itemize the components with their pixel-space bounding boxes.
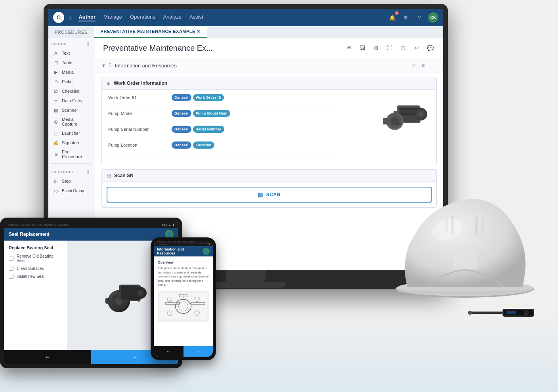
tablet-nav: Seal Replacement 👤: [4, 228, 178, 241]
sidebar-item-label: End Procedure: [62, 149, 90, 159]
wo-tags: General Pump Model Num: [172, 110, 230, 117]
wifi-icon: ▲: [168, 224, 171, 226]
nav-home-icon[interactable]: ⌂: [69, 14, 72, 21]
sidebar-item-data-entry[interactable]: ✏ Data Entry: [48, 96, 95, 105]
fullscreen-button[interactable]: □: [398, 43, 408, 53]
sidebar-item-batch-group[interactable]: ▷▷ Batch Group: [48, 186, 95, 195]
sidebar-item-step[interactable]: ▷ Step: [48, 176, 95, 186]
sidebar-item-scanner[interactable]: ▤ Scanner: [48, 105, 95, 115]
svg-point-56: [525, 311, 528, 314]
scanner-icon: ▤: [53, 107, 59, 113]
sidebar-item-label: Step: [62, 179, 71, 184]
media-capture-icon: ◎: [53, 119, 59, 124]
svg-rect-48: [475, 216, 478, 235]
settings-button[interactable]: ⚙: [401, 13, 411, 22]
preview-button[interactable]: 👁: [344, 43, 354, 53]
image-button[interactable]: 🖼: [357, 43, 368, 53]
sidebar-item-launcher[interactable]: ⬚ Launcher: [48, 128, 95, 138]
tab-bar: PROCEDURES PREVENTATIVE MAINTENANCE EXAM…: [48, 26, 443, 38]
scan-header-label: Scan SN: [114, 173, 134, 178]
phone-top-bar: PREVENTATIVE MAINTENANCE EXAMPLE 8:22 ▲ …: [154, 241, 213, 246]
media-icon: ▶: [53, 69, 59, 75]
sidebar-item-signature[interactable]: ✍ Signature: [48, 138, 95, 147]
user-avatar[interactable]: CK: [428, 12, 438, 23]
crop-button[interactable]: ⛶: [384, 43, 395, 53]
sidebar-item-media[interactable]: ▶ Media: [48, 67, 95, 77]
sidebar-item-table[interactable]: ⊞ Table: [48, 58, 95, 67]
svg-rect-12: [394, 111, 398, 117]
tab-procedures[interactable]: PROCEDURES: [48, 26, 94, 38]
sidebar-item-label: Checklist: [62, 89, 80, 94]
cards-add-button[interactable]: ℹ: [85, 41, 91, 47]
tablet-nav-title: Seal Replacement: [9, 231, 50, 237]
section-more-button[interactable]: ⋮: [429, 61, 437, 69]
hard-hat: [384, 178, 550, 360]
parts-diagram-svg: [158, 291, 209, 321]
checklist-icon: ☑: [53, 88, 59, 94]
pump-illustration: [377, 94, 428, 141]
step-icon: ▷: [53, 178, 59, 184]
tag-general: General: [172, 94, 191, 101]
tag-general: General: [172, 126, 191, 133]
svg-rect-2: [399, 108, 418, 110]
section-expand-button[interactable]: ▼: [101, 63, 106, 68]
phone-back-button[interactable]: ←: [154, 346, 183, 357]
cards-section-header: CARDS ℹ: [48, 38, 95, 48]
tag-field: Location: [193, 142, 214, 149]
svg-point-28: [119, 300, 121, 302]
svg-rect-23: [105, 298, 114, 304]
nav-item-analyze[interactable]: Analyze: [163, 14, 182, 21]
battery-icon: ▮: [173, 223, 174, 226]
card-body: Work Order ID General Work Order ID Pump…: [102, 90, 436, 165]
hard-hat-svg: [384, 178, 550, 360]
tab-preventative-maintenance[interactable]: PREVENTATIVE MAINTENANCE EXAMPLE ✕: [94, 26, 207, 38]
checklist-item-1: Clean Surfaces: [9, 266, 62, 271]
comment-button[interactable]: 💬: [425, 43, 435, 53]
settings-icon-button[interactable]: ⚙: [371, 43, 381, 53]
phone-nav-title: Information and Resources: [157, 247, 203, 255]
checkbox-0[interactable]: [9, 256, 13, 261]
undo-button[interactable]: ↩: [411, 43, 422, 53]
section-delete-button[interactable]: 🗑: [419, 61, 427, 69]
tablet-back-button[interactable]: ←: [4, 350, 91, 364]
sidebar-item-text[interactable]: A Text: [48, 48, 95, 58]
cards-label: CARDS: [52, 42, 67, 46]
phone-content: Overview This procedure is designed to g…: [154, 256, 213, 346]
svg-point-42: [177, 309, 178, 310]
phone-nav-avatar[interactable]: 👤: [203, 248, 210, 255]
sidebar-item-end-procedure[interactable]: ⊗ End Procedure: [48, 147, 95, 161]
sidebar-item-media-capture[interactable]: ◎ Media Capture: [48, 115, 95, 128]
help-button[interactable]: ?: [415, 13, 424, 22]
nav-item-operations[interactable]: Operations: [130, 14, 155, 21]
nav-item-author[interactable]: Author: [78, 14, 96, 21]
nav-right: 🔔 9 ⚙ ? CK: [388, 12, 438, 23]
scan-button[interactable]: ▤ SCAN: [107, 187, 432, 203]
barcode-icon: ▤: [258, 191, 263, 198]
nav-item-manage[interactable]: Manage: [103, 14, 122, 21]
phone-bottom-bar: ← →: [154, 346, 213, 357]
batch-group-icon: ▷▷: [53, 188, 59, 193]
phone-status: 8:22 ▲ ▮: [199, 242, 210, 245]
notifications-button[interactable]: 🔔 9: [388, 13, 397, 22]
tablet-section-title: Replace Bearing Seal: [9, 245, 62, 250]
section-copy-button[interactable]: ⎘: [410, 61, 418, 69]
tablet-time: 6:54: [161, 224, 167, 226]
sidebar-item-label: Signature: [62, 140, 80, 145]
sidebar-item-label: Batch Group: [62, 189, 84, 193]
sidebar-item-label: Data Entry: [62, 98, 82, 103]
checkbox-1[interactable]: [9, 266, 13, 271]
nav-item-assist[interactable]: Assist: [189, 14, 203, 21]
svg-point-10: [391, 117, 399, 125]
sidebar-item-picker[interactable]: ⊕ Picker: [48, 77, 95, 86]
pump-svg: [377, 94, 428, 141]
sidebar-item-checklist[interactable]: ☑ Checklist: [48, 86, 95, 96]
tag-field: Pump Model Num: [193, 110, 230, 117]
tablet-top-bar: PREVENTATIVE MAINTENANCE EXAMPLE 6:54 ▲ …: [4, 222, 178, 228]
wo-tags: General Location: [172, 142, 214, 149]
work-order-card: ⊞ Work Order Information Work Order ID G…: [101, 77, 437, 165]
section-drag-handle[interactable]: ⠿: [108, 63, 112, 68]
sections-add-button[interactable]: ℹ: [85, 169, 91, 175]
checkbox-2[interactable]: [9, 274, 13, 279]
sidebar-item-label: Media Capture: [62, 117, 90, 126]
phone-next-button[interactable]: →: [183, 346, 213, 357]
